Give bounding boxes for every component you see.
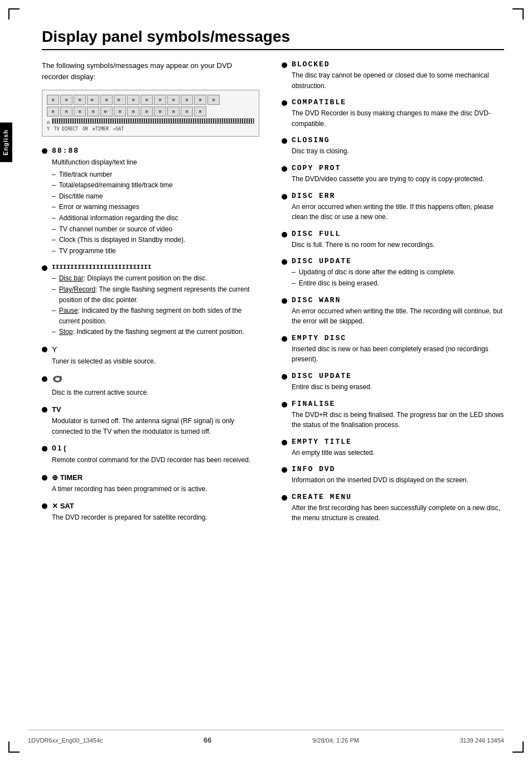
display-icon-11: ▦	[181, 95, 193, 105]
sub-text: TV programme title	[59, 246, 116, 256]
sub-text: Play/Record: The single flashing segment…	[59, 284, 259, 305]
stop-text: : Indicated by the flashing segment at t…	[72, 328, 244, 336]
disc-update-text2: Entire disc is being erased.	[299, 278, 379, 289]
sub-text: Error or warning messages	[59, 202, 139, 212]
display-icon-3: ▦	[74, 95, 86, 105]
disc-update2-body: Entire disc is being erased.	[292, 382, 504, 392]
bullet-copy-prot	[282, 166, 287, 172]
compatible-title: COMPATIBLE	[292, 98, 346, 106]
sub-item-time: – Total/elapsed/remaining title/track ti…	[52, 180, 259, 191]
sub-item-error-messages: – Error or warning messages	[52, 202, 259, 212]
section-tv-header: TV	[42, 405, 259, 414]
disc-err-body: An error occurred when writing the title…	[292, 202, 504, 222]
pause-text: : Indicated by the flashing segment on b…	[59, 307, 242, 325]
display-tv-direct-label: TV DIRECT	[54, 127, 78, 132]
section-timer-body: A timer recording has been programmed or…	[52, 484, 259, 495]
finalise-header: FINALISE	[282, 400, 504, 408]
display-icons-row: ▦ ▦ ▦ ▦· ▦ ▦· ▦ ▦ ▦ ▦ ▦ ▦ ▦	[47, 95, 254, 105]
display-icon-7: ▦	[127, 95, 139, 105]
bullet-disc-err	[282, 194, 287, 200]
remote-text: Remote control command for the DVD recor…	[52, 456, 250, 464]
disc-warn-body: An error occurred when writing the title…	[292, 306, 504, 327]
compatible-body: The DVD Recorder is busy making changes …	[292, 108, 504, 129]
sidebar-language-tab: English	[0, 123, 12, 162]
bullet-tv	[42, 407, 47, 413]
section-disc-source: Disc is the current active source.	[42, 375, 259, 398]
disc-update-sub1: – Updating of disc is done after the edi…	[292, 267, 504, 278]
tv-text: Modulator is turned off. The antenna sig…	[52, 417, 234, 435]
main-content: Display panel symbols/messages The follo…	[42, 28, 504, 531]
bullet-disc	[42, 376, 47, 382]
sub-text: Additional information regarding the dis…	[59, 213, 178, 224]
display-panel-graphic: ▦ ▦ ▦ ▦· ▦ ▦· ▦ ▦ ▦ ▦ ▦ ▦ ▦	[42, 90, 259, 137]
disc-full-body: Disc is full. There is no room for new r…	[292, 240, 504, 250]
disc-update-title: DISC UPDATE	[292, 257, 352, 265]
two-column-layout: The following symbols/messages may appea…	[42, 60, 504, 531]
sat-text: The DVD recorder is prepared for satelli…	[52, 513, 207, 521]
display-icon-21: ▦	[141, 106, 153, 117]
remote-title: Ol(	[52, 444, 68, 453]
section-empty-title: EMPTY TITLE An empty title was selected.	[282, 438, 504, 458]
empty-disc-title: EMPTY DISC	[292, 334, 346, 342]
disc-update-body: – Updating of disc is done after the edi…	[292, 267, 504, 288]
bullet-empty-title	[282, 440, 287, 445]
display-icon-8: ▦	[141, 95, 153, 105]
footer-divider	[28, 730, 504, 730]
dash: –	[52, 273, 56, 284]
display-icon-24: ▦	[181, 106, 193, 117]
display-icon-19: ▦	[114, 106, 126, 117]
disc-update-sub2: – Entire disc is being erased.	[292, 278, 504, 289]
corner-mark-tl	[8, 8, 20, 20]
page: English Display panel symbols/messages T…	[0, 0, 532, 761]
create-menu-title: CREATE MENU	[292, 493, 352, 501]
section-disc-full: DISC FULL Disc is full. There is no room…	[282, 230, 504, 250]
display-icon-2: ▦	[60, 95, 72, 105]
section-blocked: BLOCKED The disc tray cannot be opened o…	[282, 60, 504, 91]
sub-item-programme: – TV programme title	[52, 246, 259, 256]
section-time-header: 88:88	[42, 147, 259, 155]
section-time-body: Multifunction display/text line – Title/…	[52, 157, 259, 256]
section-info-dvd: INFO DVD Information on the inserted DVD…	[282, 465, 504, 486]
section-tuner: Y Tuner is selected as visible source.	[42, 345, 259, 367]
disc-update-text1: Updating of disc is done after the editi…	[299, 267, 456, 278]
section-compatible: COMPATIBLE The DVD Recorder is busy maki…	[282, 98, 504, 129]
bullet-disc-update	[282, 259, 287, 265]
display-icon-18: ▦·	[100, 106, 113, 117]
section-sat-body: The DVD recorder is prepared for satelli…	[52, 512, 259, 523]
display-or-label: OR	[83, 127, 88, 132]
bullet-disc-full	[282, 232, 287, 237]
copy-prot-title: COPY PROT	[292, 164, 341, 172]
finalise-title: FINALISE	[292, 400, 335, 408]
dash: –	[52, 327, 56, 337]
bullet-empty-disc	[282, 336, 287, 342]
pause-label: Pause	[59, 307, 78, 314]
sub-stop: – Stop: Indicated by the flashing segmen…	[52, 327, 259, 337]
section-segment-title: IIIIIIIIIIIIIIIIIIIIIIIIIII	[52, 264, 151, 270]
section-disc-header	[42, 375, 259, 385]
dash: –	[52, 224, 56, 235]
bullet-blocked	[282, 62, 287, 68]
bullet-compatible	[282, 100, 287, 106]
disc-err-header: DISC ERR	[282, 192, 504, 200]
section-disc-err: DISC ERR An error occurred when writing …	[282, 192, 504, 222]
display-icon-22: ▦	[154, 106, 166, 117]
sub-item-clock: – Clock (This is displayed in Standby mo…	[52, 235, 259, 245]
display-bottom-row: Y TV DIRECT OR ⊕TIMER ✕SAT	[47, 127, 254, 132]
stop-label: Stop	[59, 328, 73, 336]
disc-full-header: DISC FULL	[282, 230, 504, 238]
footer-catalog: 3139 246 13454	[460, 737, 504, 744]
section-remote: Ol( Remote control command for the DVD r…	[42, 444, 259, 466]
section-remote-body: Remote control command for the DVD recor…	[52, 455, 259, 466]
empty-title-title: EMPTY TITLE	[292, 438, 352, 446]
bullet-finalise	[282, 402, 287, 408]
left-column: The following symbols/messages may appea…	[42, 60, 259, 531]
timer-title: ⊕ TIMER	[52, 473, 83, 482]
info-dvd-header: INFO DVD	[282, 465, 504, 473]
blocked-title: BLOCKED	[292, 60, 330, 69]
footer-page-number: 66	[204, 736, 211, 744]
copy-prot-header: COPY PROT	[282, 164, 504, 172]
display-icon-1: ▦	[47, 95, 59, 105]
section-time-intro: Multifunction display/text line	[52, 157, 259, 168]
section-tv: TV Modulator is turned off. The antenna …	[42, 405, 259, 437]
display-antenna-icon: ⌂	[47, 119, 50, 125]
